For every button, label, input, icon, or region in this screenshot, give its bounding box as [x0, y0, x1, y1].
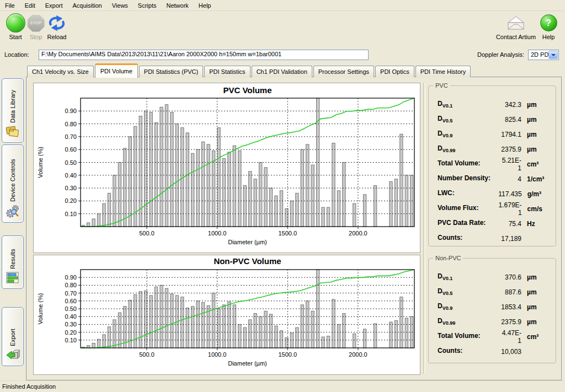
chevron-down-icon[interactable]: [548, 51, 558, 59]
status-text: Finished Acquisition: [2, 383, 56, 390]
stat-row-dv09: DV0.91853.4µm: [429, 299, 556, 314]
menu-export[interactable]: Export: [40, 1, 68, 10]
nonpvc-group-title: Non-PVC: [433, 255, 463, 261]
help-button[interactable]: ? Help: [538, 13, 559, 40]
svg-text:Volume (%): Volume (%): [37, 147, 44, 178]
help-icon: ?: [540, 14, 557, 31]
svg-text:0.90: 0.90: [65, 274, 77, 281]
svg-text:0.30: 0.30: [65, 321, 77, 327]
svg-text:0.70: 0.70: [65, 133, 77, 140]
svg-text:0.40: 0.40: [65, 313, 77, 320]
menu-file[interactable]: File: [0, 1, 20, 10]
svg-text:Volume (%): Volume (%): [37, 293, 44, 325]
svg-text:Diameter (µm): Diameter (µm): [228, 239, 267, 245]
sidebar-item-results[interactable]: Results: [2, 235, 24, 289]
stat-row-dv099: DV0.992375.9µm: [429, 142, 556, 157]
contact-artium-label: Contact Artium: [494, 34, 537, 40]
toolbar: Start STOP Stop Reload Contact Artium: [0, 11, 565, 47]
tab-ch1-velocity-vs-size[interactable]: Ch1 Velocity vs. Size: [27, 66, 94, 77]
svg-text:0.70: 0.70: [65, 290, 77, 297]
sidebar-item-device-controls[interactable]: Device Controls: [2, 144, 24, 223]
folders-icon: [6, 125, 20, 138]
svg-text:0.50: 0.50: [65, 159, 77, 166]
start-button[interactable]: Start: [4, 13, 27, 40]
svg-text:0.20: 0.20: [65, 329, 77, 336]
vertical-splitter[interactable]: [423, 83, 425, 374]
doppler-analysis-select[interactable]: 2D PDI: [528, 50, 559, 60]
svg-text:2000.0: 2000.0: [349, 230, 367, 237]
stat-row-dv05: DV0.5887.6µm: [429, 284, 556, 299]
svg-text:Non-PVC Volume: Non-PVC Volume: [214, 256, 281, 266]
menu-views[interactable]: Views: [107, 1, 133, 10]
svg-text:0.10: 0.10: [65, 337, 77, 343]
stat-row-total-volume: Total Volume:4.47E-1cm³: [429, 329, 556, 344]
stat-row-dv01: DV0.1370.6µm: [429, 270, 556, 284]
menubar: File Edit Export Acquisition Views Scrip…: [0, 0, 565, 11]
stat-row-lwc: LWC:117.435g/m³: [429, 186, 556, 201]
envelope-icon: [506, 15, 526, 31]
stat-row-dv05: DV0.5825.4µm: [429, 112, 556, 127]
pvc-stats-group: PVC DV0.1342.3µm DV0.5825.4µm DV0.91794.…: [428, 85, 556, 246]
svg-text:1500.0: 1500.0: [278, 351, 297, 358]
status-bar: Finished Acquisition: [0, 380, 565, 392]
svg-text:1500.0: 1500.0: [278, 230, 297, 237]
bar-chart-icon: [6, 271, 20, 284]
menu-acquisition[interactable]: Acquisition: [68, 1, 107, 10]
svg-text:2000.0: 2000.0: [349, 351, 367, 358]
tab-pdi-statistics-pvc[interactable]: PDI Statistics (PVC): [139, 66, 203, 77]
tab-pdi-volume[interactable]: PDI Volume: [95, 63, 138, 78]
svg-text:Diameter (µm): Diameter (µm): [228, 360, 267, 367]
tab-ch1-pdi-validation[interactable]: Ch1 PDI Validation: [252, 66, 312, 77]
menu-network[interactable]: Network: [161, 1, 193, 10]
svg-text:1000.0: 1000.0: [208, 230, 227, 237]
contact-artium-button[interactable]: Contact Artium: [494, 13, 537, 40]
svg-text:0.60: 0.60: [65, 146, 77, 153]
stop-icon: STOP: [28, 15, 45, 32]
menu-scripts[interactable]: Scripts: [133, 1, 162, 10]
svg-text:0.80: 0.80: [65, 121, 77, 127]
gears-icon: [6, 204, 20, 218]
sidebar-item-export[interactable]: Export: [2, 307, 24, 366]
pvc-group-title: PVC: [433, 82, 450, 89]
start-label: Start: [4, 34, 27, 40]
svg-text:500.0: 500.0: [139, 351, 154, 358]
pvc-volume-chart-panel: 0.100.200.300.400.500.600.700.800.90500.…: [33, 83, 420, 253]
tab-processor-settings[interactable]: Processor Settings: [313, 66, 374, 77]
tab-pdi-time-history[interactable]: PDI Time History: [415, 66, 471, 77]
doppler-analysis-label: Doppler Analysis:: [477, 51, 524, 58]
svg-text:PVC Volume: PVC Volume: [223, 85, 271, 95]
reload-button[interactable]: Reload: [45, 13, 68, 40]
location-label: Location:: [4, 51, 29, 58]
svg-text:0.80: 0.80: [65, 282, 77, 288]
svg-text:0.50: 0.50: [65, 305, 77, 312]
reload-icon: [47, 14, 66, 32]
nonpvc-stats-group: Non-PVC DV0.1370.6µm DV0.5887.6µm DV0.91…: [428, 258, 556, 363]
tab-pdi-statistics[interactable]: PDI Statistics: [204, 66, 250, 77]
help-label: Help: [538, 34, 559, 40]
svg-text:500.0: 500.0: [139, 230, 154, 237]
stat-row-volume-flux: Volume Flux:1.679E-1cm/s: [429, 201, 556, 216]
nonpvc-volume-chart: 0.100.200.300.400.500.600.700.800.90500.…: [34, 255, 420, 374]
menu-edit[interactable]: Edit: [20, 1, 40, 10]
stat-row-pvc-data-rate: PVC Data Rate:75.4Hz: [429, 216, 556, 231]
menu-help[interactable]: Help: [194, 1, 216, 10]
svg-text:0.20: 0.20: [65, 197, 77, 204]
stat-row-total-volume: Total Volume:5.21E-1cm³: [429, 157, 556, 171]
doppler-analysis-value: 2D PDI: [531, 51, 550, 58]
tab-pdi-optics[interactable]: PDI Optics: [375, 66, 414, 77]
svg-text:0.10: 0.10: [65, 211, 77, 217]
stop-button[interactable]: STOP Stop: [26, 13, 46, 40]
svg-text:1000.0: 1000.0: [208, 351, 227, 358]
pvc-volume-chart: 0.100.200.300.400.500.600.700.800.90500.…: [34, 83, 420, 253]
stat-row-dv09: DV0.91794.1µm: [429, 127, 556, 142]
stop-label: Stop: [26, 34, 46, 40]
svg-text:0.40: 0.40: [65, 172, 77, 179]
stat-row-dv099: DV0.992375.9µm: [429, 314, 556, 329]
export-arrow-icon: [6, 348, 20, 362]
tab-strip: Ch1 Velocity vs. Size PDI Volume PDI Sta…: [27, 63, 472, 77]
sidebar-item-data-library[interactable]: Data Library: [2, 78, 24, 143]
location-field[interactable]: F:\My Documents\AIMS Data\2013\2013\11\2…: [39, 50, 369, 60]
nonpvc-volume-chart-panel: 0.100.200.300.400.500.600.700.800.90500.…: [33, 255, 420, 375]
svg-text:0.90: 0.90: [65, 108, 77, 114]
stat-row-dv01: DV0.1342.3µm: [429, 97, 556, 112]
